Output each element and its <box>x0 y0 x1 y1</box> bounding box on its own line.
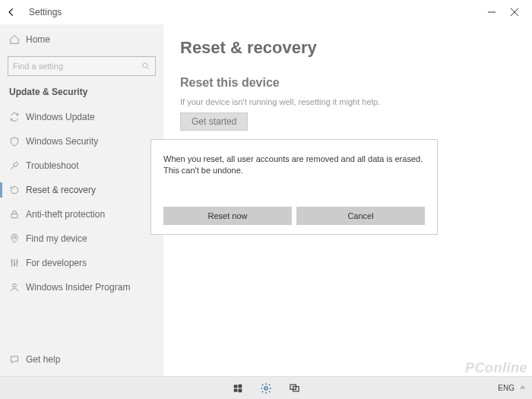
wrench-icon <box>9 160 26 171</box>
sliders-icon <box>9 258 26 268</box>
taskview-icon[interactable] <box>289 382 300 394</box>
recovery-icon <box>9 185 26 195</box>
sidebar-item-windows-update[interactable]: Windows Update <box>0 105 163 129</box>
person-icon <box>9 282 26 293</box>
sidebar: Home Update & Security Windows Update <box>0 24 163 376</box>
shield-icon <box>9 136 26 147</box>
sidebar-item-for-developers[interactable]: For developers <box>0 251 163 275</box>
svg-point-11 <box>14 264 15 265</box>
titlebar: Settings <box>0 0 532 24</box>
sidebar-item-label: For developers <box>26 258 87 268</box>
svg-rect-5 <box>11 214 17 217</box>
search-input[interactable] <box>8 56 156 76</box>
minimize-button[interactable] <box>480 0 503 24</box>
search-icon <box>141 62 150 71</box>
svg-point-13 <box>13 283 17 287</box>
settings-taskbar-icon[interactable] <box>260 382 272 394</box>
start-icon[interactable] <box>233 383 243 394</box>
svg-point-10 <box>11 261 12 262</box>
sidebar-item-label: Get help <box>26 354 60 365</box>
lock-icon <box>9 209 26 220</box>
tray-language[interactable]: ENG <box>498 384 515 392</box>
svg-point-12 <box>16 261 17 263</box>
svg-point-6 <box>13 236 16 239</box>
sidebar-item-label: Troubleshoot <box>26 160 79 171</box>
reset-confirm-dialog: When you reset, all user accounts are re… <box>150 139 438 235</box>
svg-rect-17 <box>238 388 242 392</box>
back-button[interactable] <box>6 7 21 17</box>
svg-point-3 <box>143 63 147 68</box>
sidebar-item-label: Windows Update <box>26 112 95 122</box>
location-icon <box>9 233 26 244</box>
reset-now-button[interactable]: Reset now <box>163 207 292 225</box>
chat-icon <box>9 354 26 365</box>
svg-rect-16 <box>233 388 237 391</box>
get-started-button[interactable]: Get started <box>180 112 248 131</box>
tray-chevron-icon[interactable] <box>519 385 526 391</box>
window-title: Settings <box>29 7 62 17</box>
sidebar-section-header: Update & Security <box>0 82 163 105</box>
home-icon <box>9 34 26 45</box>
sidebar-item-label: Reset & recovery <box>26 185 96 195</box>
sidebar-item-home[interactable]: Home <box>0 27 163 52</box>
system-tray[interactable]: ENG <box>498 384 526 392</box>
svg-rect-14 <box>233 385 237 388</box>
sidebar-item-label: Windows Insider Program <box>26 282 130 293</box>
svg-point-18 <box>264 387 268 390</box>
sidebar-item-find-my-device[interactable]: Find my device <box>0 226 163 251</box>
sidebar-item-get-help[interactable]: Get help <box>0 347 163 372</box>
section-title: Reset this device <box>180 76 524 90</box>
svg-line-4 <box>147 68 150 70</box>
taskbar: ENG <box>0 376 532 399</box>
svg-rect-15 <box>238 384 242 388</box>
sidebar-item-label: Find my device <box>26 233 87 244</box>
sidebar-item-anti-theft[interactable]: Anti-theft protection <box>0 202 163 226</box>
close-button[interactable] <box>503 0 526 24</box>
sidebar-item-troubleshoot[interactable]: Troubleshoot <box>0 154 163 178</box>
sync-icon <box>9 112 26 122</box>
sidebar-item-windows-security[interactable]: Windows Security <box>0 129 163 154</box>
cancel-button[interactable]: Cancel <box>296 207 425 225</box>
page-title: Reset & recovery <box>180 38 524 58</box>
sidebar-item-insider[interactable]: Windows Insider Program <box>0 275 163 299</box>
sidebar-item-label: Anti-theft protection <box>26 209 105 220</box>
sidebar-item-label: Windows Security <box>26 136 98 147</box>
sidebar-item-reset-recovery[interactable]: Reset & recovery <box>0 178 163 202</box>
section-description: If your device isn't running well, reset… <box>180 97 524 106</box>
dialog-message: When you reset, all user accounts are re… <box>163 150 425 207</box>
sidebar-item-label: Home <box>26 34 50 45</box>
